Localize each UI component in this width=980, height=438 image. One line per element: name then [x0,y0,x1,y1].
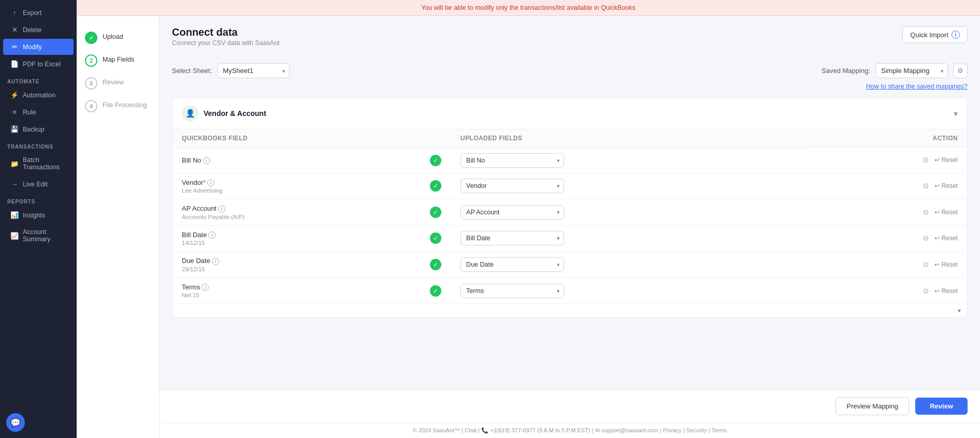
step-label-file-processing: File Processing [103,100,147,109]
uploaded-select-4[interactable]: Bill NoVendorBill DateDue DateTerms [460,257,564,272]
step-file-processing: 4 File Processing [85,95,151,118]
uploaded-cell-5: Bill NoVendorBill DateDue DateTerms [451,278,810,303]
share-link[interactable]: How to share the saved mappings? [866,83,968,90]
chat-button[interactable]: 💬 [6,413,25,432]
rule-icon: ≡ [10,108,19,116]
batch-icon: 📁 [10,160,19,168]
check-icon-0: ✓ [430,155,441,166]
sidebar-item-live-edit[interactable]: → Live Edit [3,176,74,192]
sidebar-item-pdf-to-excel[interactable]: 📄 PDF to Excel [3,56,74,72]
share-link-area: How to share the saved mappings? [172,82,968,90]
table-row: TermsiNet 15✓Bill NoVendorBill DateDue D… [172,278,967,303]
preview-mapping-button[interactable]: Preview Mapping [835,397,909,415]
sidebar-item-insights[interactable]: 📊 Insights [3,207,74,223]
footer-privacy-link[interactable]: Privacy [663,427,682,433]
step-circle-upload: ✓ [85,32,97,44]
sheet-selector[interactable]: MySheet1 MySheet2 [217,63,290,78]
quick-import-info-icon: i [952,31,960,39]
saved-mapping-selector[interactable]: Simple Mapping Custom Mapping [875,63,948,78]
row-gear-icon-2[interactable]: ⚙ [923,208,929,216]
mapping-table: Quickbooks Field Uploaded Fields Action … [172,129,967,303]
vendor-account-section: 👤 Vendor & Account ▾ Quickbooks Field [172,97,968,318]
section-title: Vendor & Account [204,109,266,118]
pdf-icon: 📄 [10,60,19,68]
uploaded-select-2[interactable]: Bill NoVendorAP AccountDateAmount [460,205,564,220]
info-icon-5[interactable]: i [201,284,209,291]
mapping-gear-button[interactable]: ⚙ [953,64,968,78]
notification-bar: You will be able to modify only the tran… [77,0,980,16]
sidebar-item-export[interactable]: ↑ Export [3,5,74,21]
footer-terms-link[interactable]: Terms [711,427,727,433]
step-circle-review: 3 [85,77,97,90]
table-row: Vendor*iLee Advertising✓Bill NoVendorDat… [172,173,967,199]
field-name-2: AP Accounti [182,205,411,213]
action-cell-5: ⚙↩ Reset [810,278,967,303]
info-icon-1[interactable]: i [207,179,214,186]
reset-button-3[interactable]: ↩ Reset [934,235,958,242]
uploaded-select-wrapper-0: Bill NoVendorDateAmount [460,153,564,168]
uploaded-select-wrapper-2: Bill NoVendorAP AccountDateAmount [460,205,564,220]
reset-button-2[interactable]: ↩ Reset [934,209,958,216]
table-row: Bill Noi✓Bill NoVendorDateAmount⚙↩ Reset [172,148,967,173]
uploaded-select-wrapper-4: Bill NoVendorBill DateDue DateTerms [460,257,564,272]
row-gear-icon-5[interactable]: ⚙ [923,287,929,295]
sheet-selector-wrapper: MySheet1 MySheet2 [217,63,290,78]
info-icon-0[interactable]: i [203,157,210,164]
footer-chat-link[interactable]: Chat [465,427,477,433]
quick-import-button[interactable]: Quick Import i [902,26,968,43]
step-label-review: Review [103,77,124,86]
check-icon-5: ✓ [430,285,441,297]
table-footer: ▾ [172,303,967,317]
field-sub-5: Net 15 [182,292,411,298]
sidebar-item-backup[interactable]: 💾 Backup [3,121,74,137]
row-gear-icon-1[interactable]: ⚙ [923,182,929,190]
field-sub-4: 29/12/15 [182,266,411,272]
col-uploaded-fields: Uploaded Fields [451,129,810,148]
page-title: Connect data [172,26,280,38]
uploaded-select-3[interactable]: Bill NoVendorBill DateDue DateTerms [460,231,564,245]
info-icon-3[interactable]: i [208,231,215,239]
check-icon-2: ✓ [430,207,441,218]
action-cell-2: ⚙↩ Reset [810,199,967,226]
row-gear-icon-4[interactable]: ⚙ [923,260,929,269]
reset-button-5[interactable]: ↩ Reset [934,287,958,295]
steps-panel: ✓ Upload 2 Map Fields 3 Review 4 File Pr… [77,16,160,438]
review-button[interactable]: Review [915,398,968,415]
header-area: Connect data Connect your CSV data with … [172,26,968,55]
info-icon-2[interactable]: i [218,206,225,213]
section-collapse-icon[interactable]: ▾ [954,109,958,119]
scroll-down-icon[interactable]: ▾ [958,307,961,314]
content-area: ✓ Upload 2 Map Fields 3 Review 4 File Pr… [77,16,980,438]
sidebar-item-batch-transactions[interactable]: 📁 Batch Transactions [3,152,74,175]
sidebar-item-automation[interactable]: ⚡ Automation [3,87,74,103]
reset-button-0[interactable]: ↩ Reset [934,156,958,164]
footer-security-link[interactable]: Security [686,427,707,433]
sidebar-item-rule[interactable]: ≡ Rule [3,104,74,120]
sidebar-item-account-summary[interactable]: 📈 Account Summary [3,224,74,247]
page-subtitle: Connect your CSV data with SaasAnt [172,39,280,47]
automate-section-label: AUTOMATE [0,72,77,86]
sidebar-item-modify[interactable]: ✏ Modify [3,39,74,55]
check-cell-2: ✓ [420,199,451,226]
row-gear-icon-3[interactable]: ⚙ [923,234,929,242]
check-cell-3: ✓ [420,225,451,252]
reset-button-1[interactable]: ↩ Reset [934,182,958,189]
uploaded-select-5[interactable]: Bill NoVendorBill DateDue DateTerms [460,284,564,298]
table-header-row: Quickbooks Field Uploaded Fields Action [172,129,967,148]
main-panel-wrapper: Connect data Connect your CSV data with … [160,16,980,438]
reset-button-4[interactable]: ↩ Reset [934,261,958,268]
action-cell-0: ⚙↩ Reset [810,148,967,173]
info-icon-4[interactable]: i [212,258,219,265]
sidebar-item-delete[interactable]: ✕ Delete [3,22,74,38]
row-gear-icon-0[interactable]: ⚙ [923,156,929,164]
col-check [420,129,451,148]
field-cell-4: Due Datei29/12/15 [172,252,420,278]
field-name-0: Bill Noi [182,156,411,165]
step-label-map-fields: Map Fields [103,54,134,63]
step-review: 3 Review [85,72,151,95]
action-cell-3: ⚙↩ Reset [810,225,967,252]
uploaded-select-0[interactable]: Bill NoVendorDateAmount [460,153,564,168]
uploaded-select-1[interactable]: Bill NoVendorDateAmount [460,179,564,193]
footer-email-link[interactable]: support@saasant.com [601,427,658,433]
section-icon: 👤 [182,105,198,122]
